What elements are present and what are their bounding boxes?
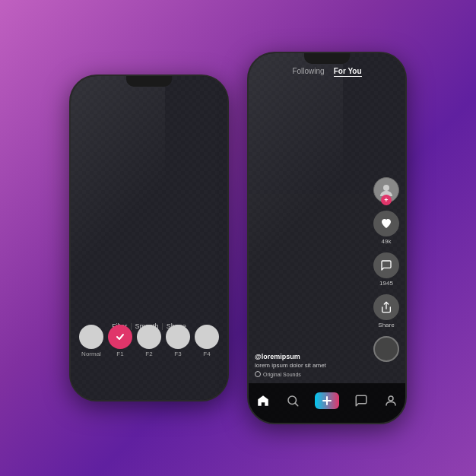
nav-home[interactable] bbox=[255, 393, 271, 408]
filter-label-f4: F4 bbox=[203, 351, 210, 357]
notch-left bbox=[126, 76, 172, 87]
comment-circle[interactable] bbox=[373, 252, 399, 278]
comment-count: 1945 bbox=[379, 280, 393, 287]
video-description: lorem ipsum dolor sit amet bbox=[255, 362, 367, 369]
left-phone: Filter | Smooth | Shape Normal F1 bbox=[69, 75, 229, 401]
filter-dot-normal[interactable] bbox=[79, 325, 103, 349]
sound-disc-item bbox=[373, 336, 399, 362]
right-phone: Following For You + bbox=[247, 52, 407, 424]
comment-action-item[interactable]: 1945 bbox=[373, 252, 399, 287]
home-icon bbox=[256, 394, 270, 408]
filter-item-normal[interactable]: Normal bbox=[79, 325, 103, 357]
filter-label-f2: F2 bbox=[145, 351, 152, 357]
tab-for-you[interactable]: For You bbox=[334, 67, 362, 77]
nav-profile[interactable] bbox=[383, 393, 398, 408]
filter-item-f3[interactable]: F3 bbox=[166, 325, 190, 357]
filter-label-f1: F1 bbox=[116, 351, 123, 357]
screen-glare-left bbox=[71, 76, 165, 271]
bottom-nav bbox=[249, 383, 405, 423]
filter-dot-f3[interactable] bbox=[166, 325, 190, 349]
messages-icon bbox=[354, 394, 368, 408]
filter-bar: Normal F1 F2 F3 F4 bbox=[71, 325, 227, 357]
filter-dot-f4[interactable] bbox=[195, 325, 219, 349]
profile-icon bbox=[384, 394, 398, 408]
video-info: @loremipsum lorem ipsum dolor sit amet O… bbox=[255, 353, 367, 377]
avatar-action-item[interactable]: + bbox=[373, 177, 399, 203]
like-count: 49k bbox=[382, 238, 392, 245]
like-action-item[interactable]: 49k bbox=[373, 211, 399, 245]
video-sound: Original Sounds bbox=[255, 371, 367, 377]
svg-point-0 bbox=[383, 185, 389, 191]
heart-icon bbox=[380, 217, 392, 230]
sound-name: Original Sounds bbox=[263, 372, 301, 377]
share-action-item[interactable]: Share bbox=[373, 294, 399, 328]
comment-icon bbox=[380, 259, 392, 271]
svg-line-3 bbox=[296, 403, 298, 405]
plus-badge: + bbox=[381, 195, 392, 205]
filter-label-f3: F3 bbox=[174, 351, 181, 357]
share-icon bbox=[380, 301, 392, 313]
discover-icon bbox=[286, 394, 300, 408]
plus-icon bbox=[322, 395, 332, 406]
filter-dot-f1[interactable] bbox=[108, 325, 132, 349]
nav-add-button[interactable] bbox=[315, 392, 339, 409]
svg-point-6 bbox=[389, 396, 393, 401]
filter-item-f4[interactable]: F4 bbox=[195, 325, 219, 357]
nav-messages[interactable] bbox=[354, 393, 369, 408]
share-label: Share bbox=[378, 322, 394, 328]
share-circle[interactable] bbox=[373, 294, 399, 320]
filter-item-f2[interactable]: F2 bbox=[137, 325, 161, 357]
filter-dot-f2[interactable] bbox=[137, 325, 161, 349]
like-circle[interactable] bbox=[373, 211, 399, 236]
video-username: @loremipsum bbox=[255, 353, 367, 360]
left-screen: Filter | Smooth | Shape Normal F1 bbox=[71, 76, 227, 400]
top-tabs: Following For You bbox=[249, 67, 405, 77]
tab-following[interactable]: Following bbox=[292, 67, 324, 77]
screen-glare-right bbox=[249, 53, 343, 275]
music-icon bbox=[255, 371, 261, 377]
filter-label-normal: Normal bbox=[81, 351, 101, 357]
filter-item-f1[interactable]: F1 bbox=[108, 325, 132, 357]
avatar-circle[interactable]: + bbox=[373, 177, 399, 203]
sound-disc bbox=[373, 336, 399, 362]
right-screen: Following For You + bbox=[249, 53, 405, 423]
nav-discover[interactable] bbox=[285, 393, 300, 408]
checkmark-icon bbox=[116, 332, 125, 341]
notch-right bbox=[304, 53, 350, 64]
action-sidebar: + 49k 1945 bbox=[373, 177, 399, 362]
